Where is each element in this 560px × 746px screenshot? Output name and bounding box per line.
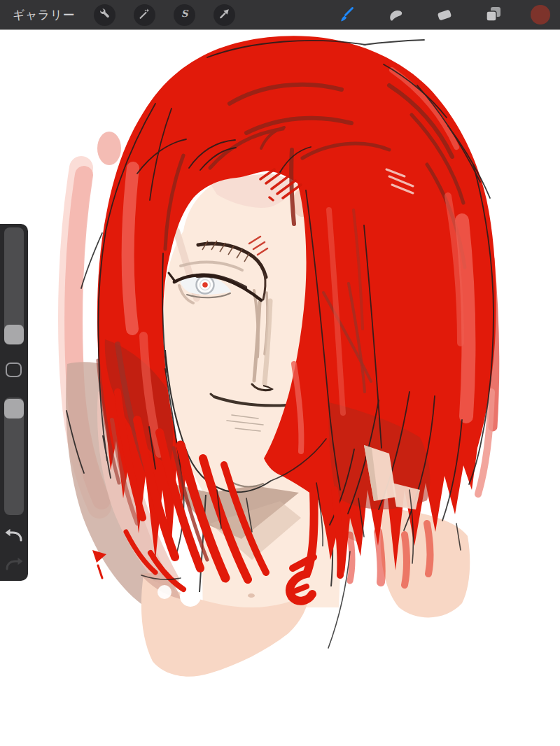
eraser-icon (435, 4, 454, 26)
redo-arrow-icon (4, 565, 24, 575)
toolbar-right-group (322, 4, 560, 25)
adjustments-button[interactable] (134, 4, 155, 26)
artwork-drawing (0, 30, 560, 746)
paint-tool-button[interactable] (336, 4, 357, 25)
left-sidebar (0, 224, 28, 581)
brush-size-handle[interactable] (4, 325, 24, 344)
gallery-button[interactable]: ギャラリー (0, 7, 85, 23)
opacity-handle[interactable] (4, 399, 24, 418)
selections-button[interactable]: S (174, 4, 195, 26)
magic-wand-icon (138, 7, 151, 22)
erase-tool-button[interactable] (434, 4, 455, 25)
smudge-tool-button[interactable] (385, 4, 406, 25)
wrench-icon (98, 7, 111, 22)
undo-arrow-icon (4, 536, 24, 547)
smudge-icon (386, 4, 405, 26)
drawing-canvas[interactable] (0, 30, 560, 746)
layers-icon (484, 4, 503, 26)
redo-button[interactable] (4, 555, 24, 575)
modify-button[interactable] (6, 363, 22, 377)
top-toolbar: ギャラリー S (0, 0, 560, 30)
svg-text:S: S (181, 8, 189, 19)
arrow-icon (218, 7, 231, 22)
toolbar-left-group: ギャラリー S (0, 4, 244, 26)
layers-button[interactable] (483, 4, 504, 25)
brush-size-slider[interactable] (4, 227, 24, 345)
color-swatch-button[interactable] (531, 5, 550, 24)
undo-button[interactable] (4, 526, 24, 546)
s-ribbon-icon: S (178, 7, 191, 22)
actions-button[interactable] (94, 4, 115, 26)
opacity-slider[interactable] (4, 397, 24, 515)
brush-icon (337, 4, 356, 26)
transform-button[interactable] (214, 4, 235, 26)
